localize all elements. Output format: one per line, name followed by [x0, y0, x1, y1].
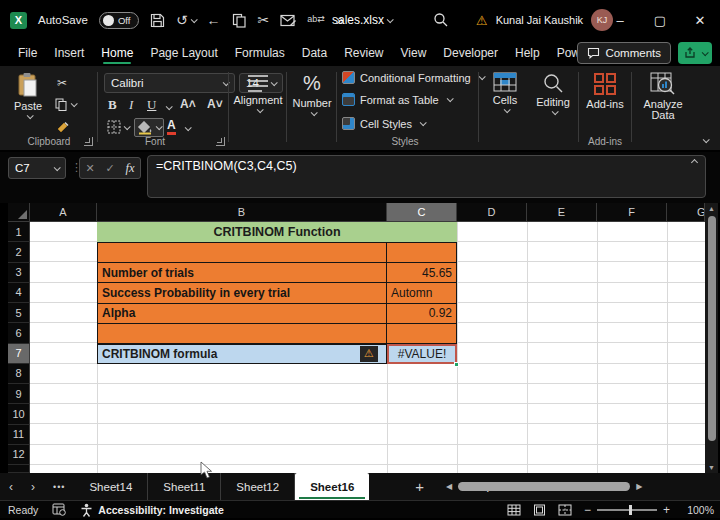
user-name[interactable]: Kunal Jai Kaushik [496, 14, 583, 26]
accessibility-status[interactable]: Accessibility: Investigate [80, 503, 223, 517]
search-icon[interactable] [430, 9, 452, 31]
italic-button[interactable]: I [129, 97, 133, 113]
tab-view[interactable]: View [401, 40, 427, 66]
alert-warning-icon[interactable]: ⚠ [476, 13, 488, 28]
vertical-scroll-thumb[interactable] [708, 216, 716, 441]
font-dialog-launcher[interactable] [216, 137, 225, 146]
fill-color-button[interactable] [134, 118, 164, 137]
excel-logo-icon[interactable]: X [10, 12, 27, 29]
share-button[interactable] [678, 42, 712, 64]
cells-button[interactable]: Cells [484, 72, 526, 113]
format-as-table-button[interactable]: Format as Table [342, 93, 452, 106]
cell-B6[interactable] [98, 324, 386, 344]
cut-icon[interactable]: ✂ [258, 13, 270, 27]
font-color-button[interactable]: A [167, 119, 176, 135]
scroll-left-icon[interactable]: ◀ [446, 482, 452, 491]
paste-button[interactable]: Paste [14, 72, 42, 119]
autosave-toggle[interactable]: Off [99, 12, 139, 29]
cell-styles-button[interactable]: Cell Styles [342, 117, 425, 130]
format-painter-button[interactable] [56, 121, 70, 135]
vertical-scrollbar[interactable]: ▲ ▼ [705, 203, 718, 473]
cell-B3[interactable]: Number of trials [98, 263, 386, 282]
row-header-9[interactable]: 9 [8, 384, 30, 404]
addins-button[interactable]: Add-ins [583, 72, 627, 110]
row-header-11[interactable]: 11 [8, 425, 30, 445]
sheet-tab-sheet12[interactable]: Sheet12 [221, 473, 295, 500]
row-header-3[interactable]: 3 [8, 263, 30, 283]
shrink-font-button[interactable]: A˅ [207, 97, 223, 111]
row-header-1[interactable]: 1 [8, 222, 30, 242]
number-button[interactable]: % Number [290, 72, 334, 116]
cell-B5[interactable]: Alpha [98, 304, 386, 323]
zoom-out-button[interactable]: − [584, 503, 591, 517]
sheet-tab-sheet14[interactable]: Sheet14 [74, 473, 148, 500]
enter-formula-button[interactable]: ✓ [105, 162, 114, 175]
column-header-F[interactable]: F [597, 203, 667, 222]
tab-home[interactable]: Home [101, 40, 133, 66]
underline-button[interactable]: U [147, 97, 156, 113]
insert-function-button[interactable]: fx [126, 161, 135, 176]
cell-B1-title[interactable]: CRITBINOM Function [97, 222, 457, 242]
column-header-G[interactable]: G [667, 203, 705, 222]
email-icon[interactable] [280, 14, 296, 27]
editing-button[interactable]: Editing [531, 72, 575, 115]
page-break-preview-button[interactable] [558, 504, 572, 516]
fill-handle[interactable] [454, 362, 459, 367]
file-name[interactable]: sales.xlsx [332, 0, 392, 40]
copy-icon[interactable] [232, 13, 247, 28]
macro-record-icon[interactable] [52, 503, 66, 516]
scroll-down-icon[interactable]: ▼ [705, 464, 718, 471]
all-sheets-button[interactable]: ••• [44, 482, 74, 492]
cell-C5[interactable]: 0.92 [386, 304, 456, 323]
find-replace-icon[interactable]: ab ⇄ [307, 16, 325, 23]
font-name-select[interactable]: Calibri [104, 73, 235, 93]
row-header-8[interactable]: 8 [8, 364, 30, 384]
tab-page-layout[interactable]: Page Layout [150, 40, 217, 66]
sheet-tab-sheet16-active[interactable]: Sheet16 [295, 473, 369, 500]
maximize-button[interactable]: ▢ [640, 0, 680, 40]
cell-C6[interactable] [386, 324, 456, 344]
tab-data[interactable]: Data [302, 40, 327, 66]
new-sheet-button[interactable]: + [407, 478, 432, 495]
row-header-4[interactable]: 4 [8, 283, 30, 303]
scroll-right-icon[interactable]: ▶ [636, 482, 642, 491]
column-header-E[interactable]: E [527, 203, 597, 222]
font-color-dropdown[interactable] [185, 124, 192, 131]
minimize-button[interactable]: – [600, 0, 640, 40]
zoom-level[interactable]: 100% [682, 504, 714, 516]
bold-button[interactable]: B [108, 97, 117, 113]
tab-review[interactable]: Review [344, 40, 383, 66]
column-header-C[interactable]: C [387, 203, 457, 222]
column-header-B[interactable]: B [97, 203, 387, 222]
normal-view-button[interactable] [507, 504, 521, 516]
select-all-button[interactable] [8, 203, 30, 222]
zoom-in-button[interactable]: + [663, 503, 670, 517]
page-layout-view-button[interactable] [533, 504, 546, 516]
cell-B2[interactable] [98, 243, 386, 262]
tab-insert[interactable]: Insert [54, 40, 84, 66]
row-header-7[interactable]: 7 [8, 344, 30, 364]
comments-button[interactable]: Comments [577, 42, 671, 64]
zoom-slider[interactable] [597, 509, 657, 511]
row-header-10[interactable]: 10 [8, 404, 30, 424]
horizontal-scrollbar[interactable]: ◀ ▶ [446, 479, 708, 493]
name-box[interactable]: C7 [8, 157, 66, 179]
borders-button[interactable] [107, 120, 129, 134]
cell-B7[interactable]: CRITBINOM formula [97, 344, 387, 365]
row-header-13-partial[interactable] [8, 465, 30, 473]
grow-font-button[interactable]: A˄ [180, 97, 196, 111]
row-header-12[interactable]: 12 [8, 445, 30, 465]
copy-button[interactable] [55, 98, 76, 111]
collapse-ribbon-button[interactable] [703, 136, 710, 143]
alignment-button[interactable]: Alignment [232, 74, 284, 113]
horizontal-scroll-thumb[interactable] [458, 482, 630, 491]
tab-developer[interactable]: Developer [443, 40, 498, 66]
prev-sheet-button[interactable]: ‹ [0, 480, 22, 494]
cancel-formula-button[interactable]: ✕ [85, 162, 94, 175]
row-header-2[interactable]: 2 [8, 242, 30, 262]
row-header-5[interactable]: 5 [8, 303, 30, 323]
cell-C7-selected[interactable]: #VALUE! [387, 344, 457, 365]
tab-file[interactable]: File [18, 40, 37, 66]
undo-button[interactable]: ↺ [176, 13, 196, 27]
row-header-6[interactable]: 6 [8, 323, 30, 343]
